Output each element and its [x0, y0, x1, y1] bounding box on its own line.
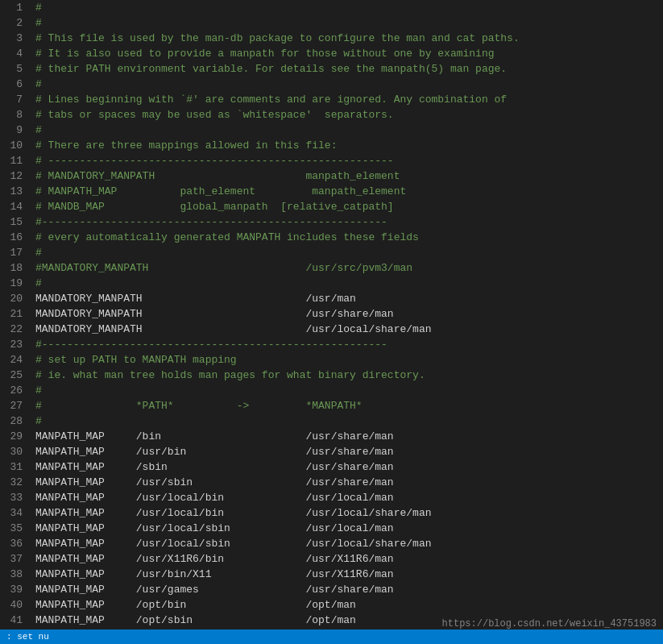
code-line: MANPATH_MAP /usr/bin/X11 /usr/X11R6/man [35, 567, 663, 582]
status-command: : set nu [6, 632, 49, 642]
code-line: # --------------------------------------… [35, 153, 663, 168]
line-number: 30 [0, 444, 23, 459]
code-line: # *PATH* -> *MANPATH* [35, 398, 663, 413]
code-content: ### This file is used by the man-db pack… [29, 0, 663, 644]
line-number: 40 [0, 597, 23, 613]
code-line: # It is also used to provide a manpath f… [35, 46, 663, 61]
line-number: 36 [0, 536, 23, 551]
code-line: # [35, 276, 663, 291]
line-number: 10 [0, 138, 23, 153]
code-line: # [35, 383, 663, 398]
code-line: # every automatically generated MANPATH … [35, 230, 663, 245]
code-line: MANPATH_MAP /bin /usr/share/man [35, 429, 663, 444]
code-line: # [35, 0, 663, 15]
line-number: 8 [0, 107, 23, 123]
code-line: # Lines beginning with `#' are comments … [35, 92, 663, 107]
line-number: 6 [0, 77, 23, 92]
line-number: 19 [0, 276, 23, 291]
code-line: # set up PATH to MANPATH mapping [35, 352, 663, 368]
code-line: MANDATORY_MANPATH /usr/man [35, 291, 663, 306]
line-number: 26 [0, 383, 23, 398]
line-number: 17 [0, 245, 23, 260]
code-line: # ie. what man tree holds man pages for … [35, 368, 663, 383]
line-number: 1 [0, 0, 23, 15]
code-line: MANPATH_MAP /usr/local/sbin /usr/local/m… [35, 521, 663, 536]
line-numbers: 1234567891011121314151617181920212223242… [0, 0, 29, 644]
code-line: # tabs or spaces may be used as `whitesp… [35, 107, 663, 123]
code-line: # [35, 413, 663, 429]
line-number: 14 [0, 199, 23, 214]
code-line: MANPATH_MAP /usr/games /usr/share/man [35, 582, 663, 597]
line-number: 39 [0, 582, 23, 597]
line-number: 13 [0, 184, 23, 199]
line-number: 38 [0, 567, 23, 582]
line-number: 31 [0, 459, 23, 475]
code-line: MANPATH_MAP /usr/sbin /usr/share/man [35, 475, 663, 490]
line-number: 27 [0, 398, 23, 413]
line-number: 22 [0, 322, 23, 337]
code-line: MANPATH_MAP /usr/X11R6/bin /usr/X11R6/ma… [35, 551, 663, 567]
line-number: 2 [0, 15, 23, 31]
line-number: 12 [0, 168, 23, 184]
code-line: # There are three mappings allowed in th… [35, 138, 663, 153]
line-number: 24 [0, 352, 23, 368]
line-number: 15 [0, 214, 23, 230]
line-number: 5 [0, 61, 23, 77]
code-line: # MANDATORY_MANPATH manpath_element [35, 168, 663, 184]
line-number: 7 [0, 92, 23, 107]
watermark: https://blog.csdn.net/weixin_43751983 [442, 618, 657, 629]
line-number: 23 [0, 337, 23, 352]
code-line: MANPATH_MAP /usr/local/sbin /usr/local/s… [35, 536, 663, 551]
code-line: # their PATH environment variable. For d… [35, 61, 663, 77]
code-line: MANPATH_MAP /usr/bin /usr/share/man [35, 444, 663, 459]
code-line: MANDATORY_MANPATH /usr/local/share/man [35, 322, 663, 337]
code-line: # MANDB_MAP global_manpath [relative_cat… [35, 199, 663, 214]
line-number: 37 [0, 551, 23, 567]
code-line: # [35, 245, 663, 260]
line-number: 18 [0, 260, 23, 276]
line-number: 41 [0, 613, 23, 628]
line-number: 21 [0, 306, 23, 322]
code-line: # [35, 77, 663, 92]
line-number: 11 [0, 153, 23, 168]
line-number: 32 [0, 475, 23, 490]
code-line: # This file is used by the man-db packag… [35, 31, 663, 46]
code-line: #---------------------------------------… [35, 337, 663, 352]
line-number: 9 [0, 123, 23, 138]
line-number: 4 [0, 46, 23, 61]
code-line: MANPATH_MAP /sbin /usr/share/man [35, 459, 663, 475]
code-line: # [35, 123, 663, 138]
code-line: # MANPATH_MAP path_element manpath_eleme… [35, 184, 663, 199]
code-line: MANDATORY_MANPATH /usr/share/man [35, 306, 663, 322]
code-line: MANPATH_MAP /usr/local/bin /usr/local/ma… [35, 490, 663, 505]
line-number: 28 [0, 413, 23, 429]
code-line: #MANDATORY_MANPATH /usr/src/pvm3/man [35, 260, 663, 276]
line-number: 34 [0, 505, 23, 521]
line-number: 35 [0, 521, 23, 536]
line-number: 20 [0, 291, 23, 306]
line-number: 33 [0, 490, 23, 505]
status-bar: : set nu [0, 629, 663, 644]
line-number: 25 [0, 368, 23, 383]
code-line: #---------------------------------------… [35, 214, 663, 230]
line-number: 3 [0, 31, 23, 46]
code-line: MANPATH_MAP /usr/local/bin /usr/local/sh… [35, 505, 663, 521]
line-number: 29 [0, 429, 23, 444]
editor-container: 1234567891011121314151617181920212223242… [0, 0, 663, 644]
code-line: MANPATH_MAP /opt/bin /opt/man [35, 597, 663, 613]
line-number: 16 [0, 230, 23, 245]
code-line: # [35, 15, 663, 31]
